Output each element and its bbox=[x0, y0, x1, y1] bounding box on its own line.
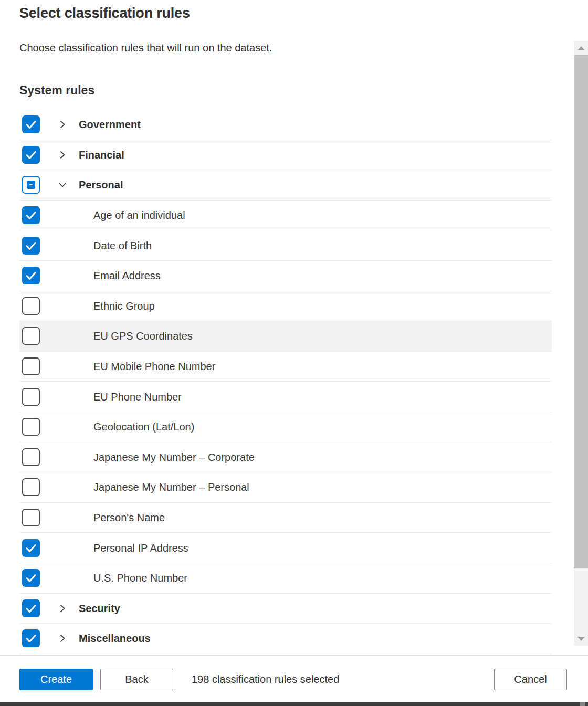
checked-checkbox[interactable] bbox=[22, 206, 40, 224]
unchecked-checkbox[interactable] bbox=[22, 297, 40, 315]
down-triangle-icon bbox=[578, 637, 585, 641]
indeterminate-mark bbox=[27, 181, 35, 189]
chevron-right-icon[interactable] bbox=[57, 603, 68, 614]
checked-checkbox[interactable] bbox=[22, 115, 40, 133]
create-button[interactable]: Create bbox=[19, 669, 93, 690]
rule-label: Miscellaneous bbox=[79, 633, 151, 645]
chevron-right-icon[interactable] bbox=[57, 150, 68, 160]
rule-label: Japanese My Number – Corporate bbox=[93, 451, 255, 463]
system-rules-heading: System rules bbox=[19, 83, 94, 98]
chevron-right-icon[interactable] bbox=[57, 119, 68, 130]
rule-label: Person's Name bbox=[93, 512, 165, 524]
rule-row-u-s-phone-number[interactable]: U.S. Phone Number bbox=[19, 563, 552, 594]
rule-label: Japanese My Number – Personal bbox=[93, 481, 249, 493]
scrollbar-thumb[interactable] bbox=[574, 55, 588, 568]
unchecked-checkbox[interactable] bbox=[22, 509, 40, 526]
unchecked-checkbox[interactable] bbox=[22, 418, 40, 436]
page-title: Select classification rules bbox=[19, 5, 190, 22]
scroll-down-arrow-icon[interactable] bbox=[574, 631, 588, 646]
rule-row-age-of-an-individual[interactable]: Age of an individual bbox=[19, 201, 552, 231]
unchecked-checkbox[interactable] bbox=[22, 478, 40, 496]
rule-row-personal[interactable]: Personal bbox=[19, 170, 552, 201]
bottom-edge-notch bbox=[580, 702, 585, 706]
scroll-up-arrow-icon[interactable] bbox=[574, 41, 588, 55]
rule-row-geolocation-lat-lon[interactable]: Geolocation (Lat/Lon) bbox=[19, 412, 552, 442]
rule-label: Geolocation (Lat/Lon) bbox=[93, 421, 194, 433]
rule-label: Security bbox=[79, 602, 120, 614]
rule-label: Financial bbox=[79, 149, 124, 161]
checked-checkbox[interactable] bbox=[22, 599, 40, 617]
cancel-button[interactable]: Cancel bbox=[494, 669, 567, 690]
selected-rules-count: 198 classification rules selected bbox=[192, 669, 339, 690]
unchecked-checkbox[interactable] bbox=[22, 327, 40, 345]
rule-row-security[interactable]: Security bbox=[19, 594, 552, 624]
unchecked-checkbox[interactable] bbox=[22, 448, 40, 466]
indeterminate-dash bbox=[29, 184, 33, 185]
chevron-down-icon[interactable] bbox=[57, 180, 68, 190]
rule-row-ethnic-group[interactable]: Ethnic Group bbox=[19, 291, 552, 322]
checked-checkbox[interactable] bbox=[22, 569, 40, 587]
rule-row-email-address[interactable]: Email Address bbox=[19, 261, 552, 291]
page-subtitle: Choose classification rules that will ru… bbox=[19, 42, 272, 54]
rule-row-japanese-my-number-corporate[interactable]: Japanese My Number – Corporate bbox=[19, 442, 552, 473]
rule-row-eu-gps-coordinates[interactable]: EU GPS Coordinates bbox=[19, 321, 552, 352]
checked-checkbox[interactable] bbox=[22, 539, 40, 557]
checked-checkbox[interactable] bbox=[22, 237, 40, 255]
checked-checkbox[interactable] bbox=[22, 146, 40, 164]
rule-label: EU Phone Number bbox=[93, 391, 182, 403]
rule-label: U.S. Phone Number bbox=[93, 572, 187, 584]
indeterminate-checkbox[interactable] bbox=[22, 176, 40, 194]
rule-label: Date of Birth bbox=[93, 239, 152, 251]
rule-label: Personal IP Address bbox=[93, 542, 188, 554]
rule-label: Government bbox=[79, 119, 141, 131]
back-button[interactable]: Back bbox=[100, 669, 173, 690]
rule-row-person-s-name[interactable]: Person's Name bbox=[19, 503, 552, 533]
footer-bar: Create Back 198 classification rules sel… bbox=[0, 655, 588, 702]
rule-label: Personal bbox=[79, 179, 123, 191]
rule-row-date-of-birth[interactable]: Date of Birth bbox=[19, 230, 552, 261]
chevron-right-icon[interactable] bbox=[57, 633, 68, 644]
rule-label: EU GPS Coordinates bbox=[93, 330, 193, 342]
rule-label: Ethnic Group bbox=[93, 300, 155, 312]
rule-row-financial[interactable]: Financial bbox=[19, 140, 552, 171]
classification-rules-tree: GovernmentFinancialPersonalAge of an ind… bbox=[19, 110, 552, 654]
rule-label: Email Address bbox=[93, 270, 161, 282]
window-bottom-edge bbox=[0, 702, 588, 706]
checked-checkbox[interactable] bbox=[22, 267, 40, 284]
rule-row-miscellaneous[interactable]: Miscellaneous bbox=[19, 624, 552, 654]
rule-row-personal-ip-address[interactable]: Personal IP Address bbox=[19, 533, 552, 563]
rule-row-japanese-my-number-personal[interactable]: Japanese My Number – Personal bbox=[19, 472, 552, 503]
up-triangle-icon bbox=[578, 46, 585, 50]
unchecked-checkbox[interactable] bbox=[22, 388, 40, 406]
rule-row-government[interactable]: Government bbox=[19, 110, 552, 140]
rule-row-eu-phone-number[interactable]: EU Phone Number bbox=[19, 382, 552, 412]
rule-row-eu-mobile-phone-number[interactable]: EU Mobile Phone Number bbox=[19, 352, 552, 382]
rule-label: Age of an individual bbox=[93, 209, 185, 222]
vertical-scrollbar[interactable] bbox=[574, 41, 588, 646]
unchecked-checkbox[interactable] bbox=[22, 357, 40, 375]
checked-checkbox[interactable] bbox=[22, 629, 40, 647]
rule-label: EU Mobile Phone Number bbox=[93, 361, 215, 373]
